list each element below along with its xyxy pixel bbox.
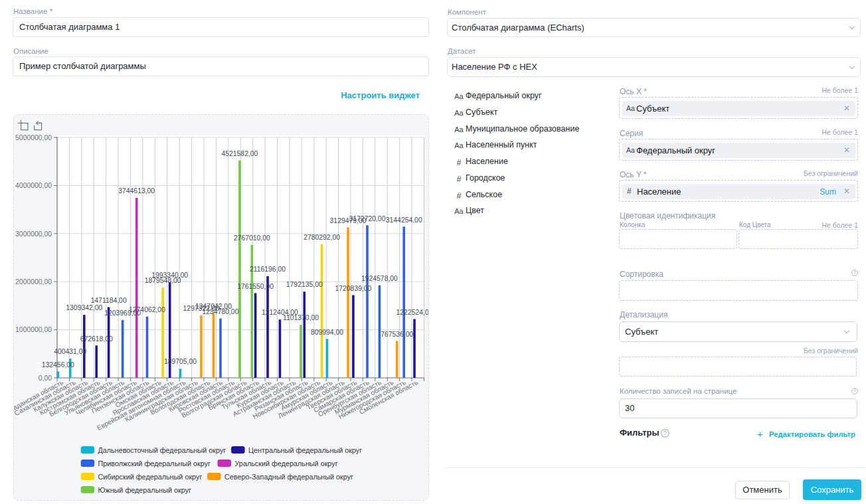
svg-text:4000000,00: 4000000,00	[15, 182, 52, 189]
svg-text:767536,00: 767536,00	[381, 331, 413, 338]
svg-text:Сибирский федеральный округ: Сибирский федеральный округ	[98, 473, 203, 481]
svg-text:1000000,00: 1000000,00	[15, 326, 52, 333]
svg-text:2116196,00: 2116196,00	[250, 266, 286, 273]
svg-text:0,00: 0,00	[39, 375, 52, 382]
svg-text:4521582,00: 4521582,00	[221, 150, 258, 157]
svg-text:1924578,00: 1924578,00	[361, 275, 398, 282]
svg-text:3144254,00: 3144254,00	[386, 216, 422, 224]
svg-text:Центральный федеральный округ: Центральный федеральный округ	[248, 446, 362, 454]
svg-text:809994,00: 809994,00	[311, 329, 343, 336]
svg-text:1792135,00: 1792135,00	[286, 281, 323, 288]
svg-text:132456,00: 132456,00	[42, 361, 74, 369]
svg-text:3000000,00: 3000000,00	[15, 230, 52, 238]
svg-text:1471184,00: 1471184,00	[91, 297, 127, 304]
svg-text:?: ?	[853, 388, 856, 393]
svg-text:1879548,00: 1879548,00	[145, 277, 181, 284]
svg-text:1222524,00: 1222524,00	[396, 309, 429, 316]
svg-text:Северо-Западный федеральный ок: Северо-Западный федеральный округ	[224, 473, 353, 481]
svg-text:Южный федеральный округ: Южный федеральный округ	[98, 486, 192, 494]
svg-text:1274062,00: 1274062,00	[129, 306, 165, 313]
svg-text:Дальневосточный федеральный ок: Дальневосточный федеральный округ	[98, 446, 226, 454]
svg-text:?: ?	[853, 270, 856, 275]
svg-text:1101370,00: 1101370,00	[283, 314, 319, 321]
svg-text:3744613,00: 3744613,00	[118, 187, 155, 195]
svg-text:Уральский федеральный округ: Уральский федеральный округ	[235, 460, 338, 467]
svg-text:672618,00: 672618,00	[80, 335, 113, 343]
svg-text:5000000,00: 5000000,00	[15, 134, 52, 141]
svg-text:3129479,00: 3129479,00	[330, 217, 367, 224]
svg-text:189705,00: 189705,00	[164, 358, 197, 365]
svg-text:Приволжский федеральный округ: Приволжский федеральный округ	[98, 460, 211, 467]
svg-text:1720839,00: 1720839,00	[335, 285, 371, 292]
svg-text:2767010,00: 2767010,00	[234, 234, 270, 242]
svg-text:400431,00: 400431,00	[54, 348, 86, 355]
svg-text:1347042,00: 1347042,00	[195, 303, 232, 310]
svg-text:1761550,00: 1761550,00	[237, 283, 274, 290]
svg-text:2780292,00: 2780292,00	[303, 234, 340, 241]
svg-text:?: ?	[663, 430, 667, 436]
svg-text:1309342,00: 1309342,00	[66, 304, 102, 311]
svg-text:2000000,00: 2000000,00	[15, 278, 52, 286]
